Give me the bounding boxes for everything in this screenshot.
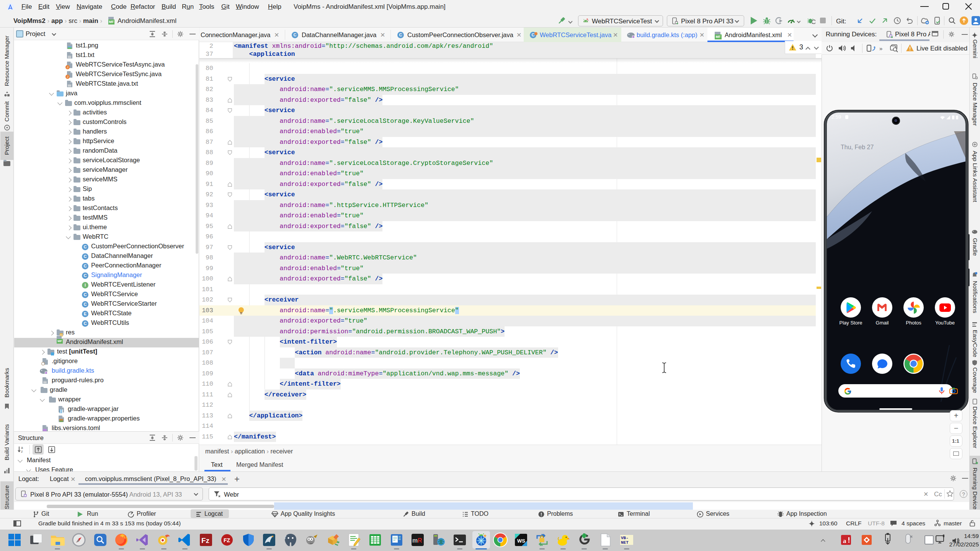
svg-text:a: a (843, 537, 846, 544)
svg-text:FZ: FZ (224, 537, 230, 543)
svg-text:a: a (21, 446, 23, 450)
svg-text:WS: WS (517, 538, 525, 544)
svg-text:NET: NET (621, 540, 629, 545)
svg-text:Fz: Fz (201, 536, 209, 544)
svg-text:z: z (21, 450, 23, 453)
svg-text:m: m (412, 537, 418, 544)
svg-text:R: R (418, 537, 422, 544)
svg-text:VB-: VB- (621, 536, 629, 540)
